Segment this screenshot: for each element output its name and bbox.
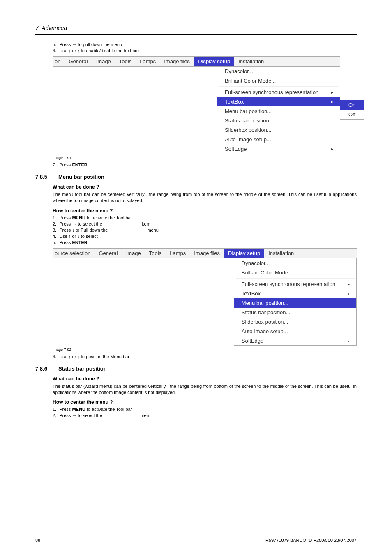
dd-dynacolor[interactable]: Dynacolor... bbox=[217, 67, 340, 76]
step-post: to activate the Tool bar bbox=[85, 407, 132, 412]
step-bold: ENTER bbox=[72, 162, 87, 167]
step-pre: Press bbox=[59, 407, 72, 412]
dd-textbox[interactable]: TextBox▸ bbox=[217, 97, 340, 106]
dd-auto-image[interactable]: Auto Image setup... bbox=[217, 135, 340, 144]
dd-sliderbox-pos[interactable]: Sliderbox position... bbox=[217, 125, 340, 135]
tab-tools[interactable]: Tools bbox=[115, 57, 136, 66]
paragraph: The menu tool bar can be centered vertic… bbox=[53, 191, 357, 204]
dd-label: Status bar position... bbox=[242, 309, 291, 315]
dd-textbox[interactable]: TextBox▸ bbox=[234, 289, 356, 298]
tab-image-files[interactable]: Image files bbox=[190, 249, 224, 258]
page: 7. Advanced 5. Press → to pull down the … bbox=[0, 0, 392, 555]
tab-lamps[interactable]: Lamps bbox=[166, 249, 190, 258]
tab-source-selection[interactable]: ource selection bbox=[53, 249, 95, 258]
dd-softedge[interactable]: SoftEdge▸ bbox=[234, 336, 356, 345]
section-num: 7.8.5 bbox=[35, 174, 58, 180]
step-num: 7. bbox=[53, 162, 56, 167]
page-number: 88 bbox=[35, 538, 40, 543]
step-num: 6. bbox=[53, 48, 56, 53]
sub-heading-what: What can be done ? bbox=[53, 376, 357, 382]
step-num: 1. bbox=[53, 215, 56, 220]
ui-image-7-92: ource selection General Image Tools Lamp… bbox=[53, 248, 357, 346]
step-1c: 1. Press MENU to activate the Tool bar bbox=[53, 407, 357, 412]
dd-menu-bar-pos[interactable]: Menu bar position... bbox=[217, 106, 340, 116]
ui-image-7-91: on General Image Tools Lamps Image files… bbox=[53, 56, 357, 154]
dd-label: Auto Image setup... bbox=[225, 136, 271, 143]
step-post: menu bbox=[147, 228, 159, 233]
dd-brilliant-color[interactable]: Brilliant Color Mode... bbox=[234, 268, 356, 277]
section-num: 7.8.6 bbox=[35, 366, 58, 372]
step-num: 2. bbox=[53, 413, 56, 418]
step-bold: MENU bbox=[72, 407, 85, 412]
step-num: 1. bbox=[53, 407, 56, 412]
dd-separator bbox=[219, 86, 338, 87]
dd-fullscreen-sync[interactable]: Full-screen synchronous representation▸ bbox=[234, 279, 356, 289]
dd-label: Sliderbox position... bbox=[242, 319, 288, 325]
step-num: 5. bbox=[53, 240, 56, 245]
tab-image[interactable]: Image bbox=[92, 57, 115, 66]
dropdown-menu: Dynacolor... Brilliant Color Mode... Ful… bbox=[217, 67, 340, 154]
step-text: Press → to select the item bbox=[59, 221, 150, 226]
tab-general[interactable]: General bbox=[95, 249, 122, 258]
dd-label: Menu bar position... bbox=[242, 300, 288, 306]
step-pre: Press bbox=[59, 162, 72, 167]
sub-heading-how: How to center the menu ? bbox=[53, 208, 357, 214]
sub-heading-what: What can be done ? bbox=[53, 184, 357, 190]
step-text: Press → to pull down the menu bbox=[59, 42, 122, 47]
step-num: 4. bbox=[53, 234, 56, 239]
arrow-right-icon: ▸ bbox=[331, 147, 333, 151]
footer-right-text: R59770079 BARCO ID H250/500 23/07/2007 bbox=[265, 538, 357, 543]
tab-display-setup[interactable]: Display setup bbox=[224, 249, 264, 258]
dd-label: Brilliant Color Mode... bbox=[242, 269, 293, 276]
dd-sliderbox-pos[interactable]: Sliderbox position... bbox=[234, 317, 356, 327]
dd-auto-image[interactable]: Auto Image setup... bbox=[234, 327, 356, 336]
dd-menu-bar-pos[interactable]: Menu bar position... bbox=[234, 298, 356, 308]
menubar: on General Image Tools Lamps Image files… bbox=[53, 56, 340, 67]
arrow-right-icon: ▸ bbox=[348, 339, 350, 343]
dd-label: TextBox bbox=[242, 290, 261, 297]
tabs: on General Image Tools Lamps Image files… bbox=[53, 57, 340, 66]
arrow-right-icon: ▸ bbox=[331, 99, 333, 104]
tab-display-setup[interactable]: Display setup bbox=[194, 57, 234, 66]
menubar: ource selection General Image Tools Lamp… bbox=[53, 248, 357, 258]
step-text: Press → to select the item bbox=[59, 413, 150, 418]
submenu-off[interactable]: Off bbox=[340, 110, 364, 119]
arrow-right-icon: ▸ bbox=[331, 90, 333, 94]
dd-label: Menu bar position... bbox=[225, 108, 272, 114]
dd-label: Auto Image setup... bbox=[242, 328, 288, 334]
dd-status-bar-pos[interactable]: Status bar position... bbox=[217, 116, 340, 125]
dd-fullscreen-sync[interactable]: Full-screen synchronous representation▸ bbox=[217, 88, 340, 97]
tabs: ource selection General Image Tools Lamp… bbox=[53, 249, 357, 258]
tab-truncated[interactable]: on bbox=[53, 57, 65, 66]
dd-brilliant-color[interactable]: Brilliant Color Mode... bbox=[217, 76, 340, 85]
step-text: Press ENTER bbox=[59, 162, 87, 167]
arrow-right-icon: ▸ bbox=[348, 282, 350, 286]
arrow-right-icon: ▸ bbox=[348, 291, 350, 296]
step-1: 1. Press MENU to activate the Tool bar bbox=[53, 215, 357, 220]
step-text: Use ↑ or ↓ to select bbox=[59, 234, 98, 239]
footer-rule bbox=[47, 541, 263, 541]
step-6b: 6. Use ↑ or ↓ to position the Menu bar bbox=[53, 354, 357, 359]
chapter-rule bbox=[35, 34, 357, 35]
tab-lamps[interactable]: Lamps bbox=[136, 57, 160, 66]
dd-softedge[interactable]: SoftEdge▸ bbox=[217, 144, 340, 154]
submenu-textbox: On Off bbox=[340, 100, 364, 120]
step-post: item bbox=[142, 221, 150, 226]
dd-label: Dynacolor... bbox=[242, 260, 270, 266]
tab-image-files[interactable]: Image files bbox=[160, 57, 194, 66]
tab-installation[interactable]: Installation bbox=[234, 57, 268, 66]
dd-label: Status bar position... bbox=[225, 117, 274, 124]
image-caption: Image 7-92 bbox=[53, 348, 357, 352]
submenu-on[interactable]: On bbox=[340, 100, 364, 110]
tab-tools[interactable]: Tools bbox=[145, 249, 166, 258]
step-pre: Press → to select the bbox=[59, 413, 104, 418]
dd-status-bar-pos[interactable]: Status bar position... bbox=[234, 308, 356, 317]
dd-dynacolor[interactable]: Dynacolor... bbox=[234, 258, 356, 268]
sub-heading-how: How to center the menu ? bbox=[53, 399, 357, 405]
step-5: 5. Press → to pull down the menu bbox=[53, 42, 357, 47]
tab-image[interactable]: Image bbox=[122, 249, 145, 258]
tab-installation[interactable]: Installation bbox=[264, 249, 298, 258]
step-pre: Press → to select the bbox=[59, 221, 104, 226]
step-post: to activate the Tool bar bbox=[85, 215, 132, 220]
tab-general[interactable]: General bbox=[65, 57, 92, 66]
